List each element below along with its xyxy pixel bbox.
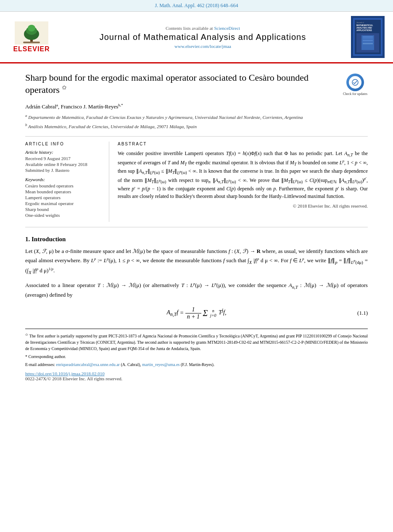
svg-point-6 [352, 79, 358, 85]
journal-title: Journal of Mathematical Analysis and App… [61, 32, 344, 42]
affiliations: a Departamento de Matemática, Facultad d… [25, 113, 368, 131]
submitted-by: Submitted by J. Bastero [25, 168, 102, 173]
keywords-list: Cesàro bounded operators Mean bounded op… [25, 183, 102, 218]
affiliation-a: a Departamento de Matemática, Facultad d… [25, 113, 368, 121]
intro-paragraph-2: Associated to a linear operator T : ℳ(μ)… [25, 281, 368, 300]
article-info-title: ARTICLE INFO [25, 142, 102, 146]
abstract-text: We consider positive invertible Lamperti… [118, 150, 368, 200]
article-title-container: Sharp bound for the ergodic maximal oper… [25, 72, 336, 100]
keyword-3: Lamperti operators [25, 195, 102, 200]
article-title-row: Sharp bound for the ergodic maximal oper… [25, 72, 368, 100]
journal-cover: Journal of MATHEMATICALANALYSIS ANDAPPLI… [351, 16, 385, 58]
check-updates-label: Check for updates [343, 92, 367, 96]
main-content: Sharp bound for the ergodic maximal oper… [0, 63, 393, 390]
affiliation-b: b Análisis Matemático, Facultad de Cienc… [25, 122, 368, 130]
keyword-6: One-sided weights [25, 213, 102, 218]
section-1-heading: 1. Introduction [25, 236, 368, 243]
svg-point-4 [28, 25, 35, 32]
check-circle-icon [346, 74, 364, 91]
footnotes: ✩ The first author is partially supporte… [25, 329, 368, 381]
copyright-notice: © 2018 Elsevier Inc. All rights reserved… [118, 203, 368, 208]
equation-content: An,Tf = 1 n + 1 Σ n j=0 Tjf, [167, 306, 227, 320]
keywords-section: Keywords: Cesàro bounded operators Mean … [25, 177, 102, 218]
abstract-column: ABSTRACT We consider positive invertible… [118, 142, 368, 222]
check-for-updates-button[interactable]: Check for updates [343, 74, 368, 96]
journal-cover-inner: Journal of MATHEMATICALANALYSIS ANDAPPLI… [353, 18, 382, 56]
intro-paragraph-1: Let (X, ℱ, μ) be a σ-finite measure spac… [25, 247, 368, 276]
authors-line: Adrián Cabrala, Francisco J. Martín-Reye… [25, 103, 368, 110]
keyword-1: Cesàro bounded operators [25, 183, 102, 188]
received-date: Received 9 August 2017 [25, 156, 102, 161]
footnote-star: ✩ The first author is partially supporte… [25, 332, 368, 352]
journal-url: www.elsevier.com/locate/jmaa [61, 44, 344, 49]
article-info-abstract: ARTICLE INFO Article history: Received 9… [25, 142, 368, 222]
title-star: ✩ [62, 84, 67, 91]
issn-line: 0022-247X/© 2018 Elsevier Inc. All right… [25, 376, 368, 381]
abstract-divider [25, 227, 368, 227]
equation-number: (1.1) [357, 310, 368, 316]
abstract-title: ABSTRACT [118, 142, 368, 146]
keywords-title: Keywords: [25, 177, 102, 182]
keyword-2: Mean bounded operators [25, 189, 102, 194]
footnote-corresponding: * Corresponding author. [25, 353, 368, 360]
keyword-5: Sharp bound [25, 207, 102, 212]
journal-header: ELSEVIER Contents lists available at Sci… [0, 12, 393, 63]
sciencedirect-link[interactable]: ScienceDirect [214, 26, 240, 31]
article-history: Article history: Received 9 August 2017 … [25, 150, 102, 173]
article-title: Sharp bound for the ergodic maximal oper… [25, 72, 336, 96]
available-date: Available online 8 February 2018 [25, 162, 102, 167]
footnote-emails: E-mail addresses: enriqueadriancabral@ex… [25, 361, 368, 368]
elsevier-logo: ELSEVIER [8, 21, 55, 53]
keyword-4: Ergodic maximal operator [25, 201, 102, 206]
contents-line: Contents lists available at ScienceDirec… [61, 26, 344, 31]
article-info-column: ARTICLE INFO Article history: Received 9… [25, 142, 109, 222]
equation-1-1: An,Tf = 1 n + 1 Σ n j=0 Tjf, (1.1) [25, 306, 368, 320]
journal-title-block: Contents lists available at ScienceDirec… [61, 26, 344, 49]
email-link-1[interactable]: enriqueadriancabral@exa.unne.edu.ar [56, 362, 120, 367]
header-divider [25, 136, 368, 137]
journal-reference: J. Math. Anal. Appl. 462 (2018) 648–664 [0, 0, 393, 12]
elsevier-brand-label: ELSEVIER [13, 45, 50, 53]
doi-link[interactable]: https://doi.org/10.1016/j.jmaa.2018.02.0… [25, 371, 368, 376]
elsevier-tree-icon [15, 21, 48, 45]
check-icon [352, 79, 359, 86]
email-link-2[interactable]: martin_reyes@uma.es [142, 362, 179, 367]
article-history-title: Article history: [25, 150, 102, 155]
svg-rect-5 [23, 42, 40, 43]
